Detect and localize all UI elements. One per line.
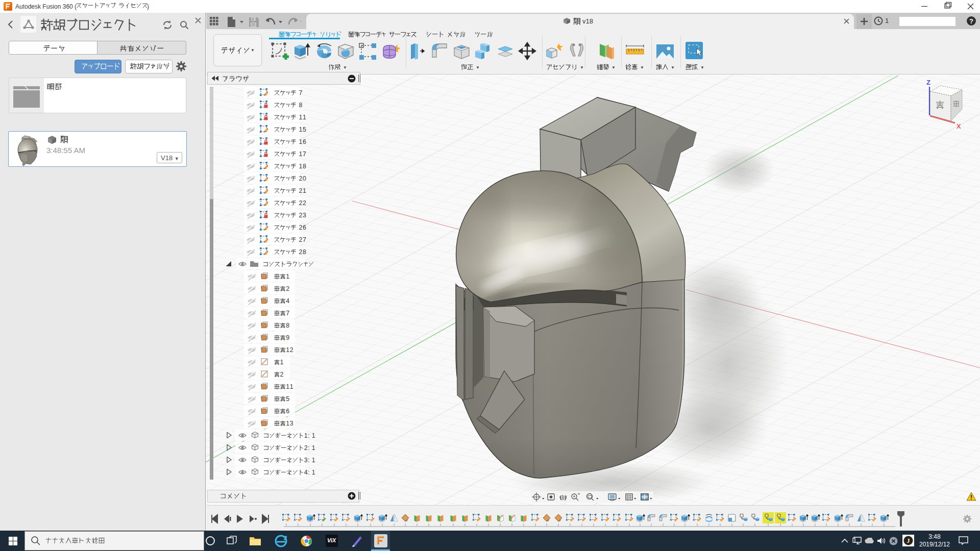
svg-text:J: J bbox=[907, 537, 910, 544]
svg-text:3: 3 bbox=[303, 212, 306, 219]
svg-text:?: ? bbox=[969, 17, 973, 25]
svg-text:2: 2 bbox=[299, 187, 303, 194]
svg-text:6: 6 bbox=[303, 224, 306, 231]
svg-text:2: 2 bbox=[299, 212, 303, 219]
svg-text:5: 5 bbox=[286, 395, 289, 403]
svg-text:1: 1 bbox=[304, 432, 308, 439]
svg-text:1: 1 bbox=[286, 273, 289, 280]
svg-text:2: 2 bbox=[299, 175, 303, 182]
svg-text:3: 3 bbox=[290, 420, 293, 427]
svg-text:1: 1 bbox=[286, 346, 289, 354]
svg-text:2: 2 bbox=[299, 236, 303, 243]
svg-text:1: 1 bbox=[303, 187, 306, 194]
svg-text:6: 6 bbox=[286, 408, 289, 415]
svg-text:3: 3 bbox=[304, 457, 308, 464]
svg-text:1: 1 bbox=[299, 151, 303, 158]
svg-text:1: 1 bbox=[312, 432, 315, 439]
svg-text:1: 1 bbox=[312, 469, 315, 476]
svg-text:2: 2 bbox=[286, 285, 289, 292]
svg-text:0: 0 bbox=[303, 175, 306, 182]
svg-text::: : bbox=[308, 469, 309, 476]
svg-text::: : bbox=[308, 457, 309, 464]
svg-text:1: 1 bbox=[299, 138, 303, 145]
svg-text::: : bbox=[308, 432, 309, 439]
svg-text:7: 7 bbox=[303, 151, 306, 158]
svg-text:8: 8 bbox=[303, 163, 306, 170]
svg-text:1: 1 bbox=[299, 163, 303, 170]
svg-text:4: 4 bbox=[304, 469, 308, 476]
svg-text:1: 1 bbox=[312, 457, 315, 464]
svg-text:8: 8 bbox=[303, 248, 306, 256]
svg-text:5: 5 bbox=[303, 126, 306, 133]
svg-text:1: 1 bbox=[299, 126, 303, 133]
svg-text:1: 1 bbox=[312, 444, 315, 452]
svg-text::: : bbox=[308, 444, 309, 452]
svg-text:8: 8 bbox=[286, 322, 289, 329]
svg-text:7: 7 bbox=[303, 236, 306, 243]
svg-text:1: 1 bbox=[280, 359, 284, 366]
svg-text:X: X bbox=[957, 122, 961, 130]
svg-text:6: 6 bbox=[303, 138, 306, 145]
svg-text:2: 2 bbox=[299, 248, 303, 256]
svg-text:2: 2 bbox=[299, 199, 303, 207]
svg-text:2: 2 bbox=[303, 199, 306, 207]
svg-text:4: 4 bbox=[286, 297, 289, 305]
svg-text:8: 8 bbox=[299, 102, 303, 109]
svg-text:Z: Z bbox=[926, 79, 930, 86]
svg-text:1: 1 bbox=[286, 383, 289, 390]
svg-text:2: 2 bbox=[299, 224, 303, 231]
svg-text:1: 1 bbox=[303, 114, 306, 121]
svg-text:2: 2 bbox=[290, 346, 293, 354]
svg-text:2: 2 bbox=[280, 371, 284, 378]
svg-text:2: 2 bbox=[304, 444, 308, 452]
svg-text:7: 7 bbox=[299, 89, 303, 96]
svg-text:1: 1 bbox=[286, 420, 289, 427]
svg-text:1: 1 bbox=[299, 114, 303, 121]
svg-text:9: 9 bbox=[286, 334, 289, 341]
svg-text:7: 7 bbox=[286, 310, 289, 317]
svg-text:1: 1 bbox=[290, 383, 293, 390]
